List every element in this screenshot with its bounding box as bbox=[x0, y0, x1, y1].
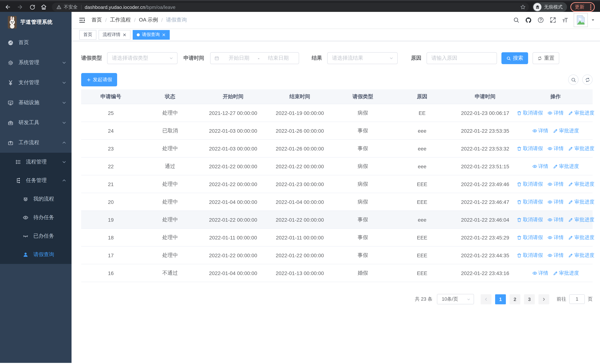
end-date-placeholder[interactable]: 结束日期 bbox=[262, 55, 295, 62]
search-button[interactable]: 搜索 bbox=[501, 52, 528, 64]
detail-link[interactable]: 详情 bbox=[532, 127, 548, 134]
detail-link[interactable]: 详情 bbox=[547, 181, 564, 187]
detail-link[interactable]: 详情 bbox=[547, 110, 564, 116]
page-size-select[interactable]: 10条/页 bbox=[437, 294, 474, 304]
cell-status: 处理中 bbox=[141, 145, 200, 152]
browser-forward-icon[interactable] bbox=[17, 4, 23, 10]
cancel-leave-link[interactable]: 取消请假 bbox=[517, 252, 543, 259]
security-label[interactable]: 不安全 bbox=[64, 4, 78, 10]
table-row: 22通过2022-01-22 00:00:002022-01-22 00:00:… bbox=[81, 158, 593, 175]
reason-input[interactable]: 请输入原因 bbox=[427, 52, 497, 64]
sidebar-item-todo-tasks[interactable]: 待办任务 bbox=[0, 208, 72, 227]
sidebar-item-process-mgmt[interactable]: 流程管理 bbox=[0, 153, 72, 171]
approval-progress-link[interactable]: 审批进度 bbox=[568, 198, 594, 205]
update-label[interactable]: 更新 bbox=[575, 4, 584, 10]
app-title: 芋道管理系统 bbox=[20, 19, 53, 26]
sidebar-item-payment[interactable]: 支付管理 bbox=[0, 73, 72, 93]
create-leave-button[interactable]: 发起请假 bbox=[81, 73, 117, 86]
sidebar-item-label: 首页 bbox=[19, 39, 66, 46]
sidebar-item-leave-query[interactable]: 请假查询 bbox=[0, 245, 72, 264]
tab-home[interactable]: 首页 bbox=[79, 30, 96, 39]
cancel-leave-link[interactable]: 取消请假 bbox=[517, 198, 543, 205]
search-icon[interactable] bbox=[513, 17, 520, 23]
select-placeholder: 请选择请假类型 bbox=[112, 55, 148, 62]
result-select[interactable]: 请选择流结果 bbox=[327, 52, 398, 64]
cell-actions: 详情审批进度 bbox=[518, 127, 593, 134]
approval-progress-link[interactable]: 审批进度 bbox=[568, 216, 594, 223]
cell-status: 通过 bbox=[141, 163, 200, 169]
cell-status: 处理中 bbox=[141, 216, 200, 223]
cell-actions: 取消请假详情审批进度 bbox=[518, 252, 593, 259]
cell-start_time: 2021-12-27 00:00:00 bbox=[200, 110, 266, 116]
approval-progress-link[interactable]: 审批进度 bbox=[553, 270, 579, 276]
detail-link[interactable]: 详情 bbox=[532, 163, 548, 169]
cancel-leave-link[interactable]: 取消请假 bbox=[517, 181, 543, 187]
page-button-1[interactable]: 1 bbox=[495, 294, 506, 304]
tab-leave-query[interactable]: 请假查询 bbox=[133, 30, 170, 39]
approval-progress-link[interactable]: 审批进度 bbox=[568, 252, 594, 259]
start-date-placeholder[interactable]: 开始日期 bbox=[222, 55, 255, 62]
sidebar-item-infrastructure[interactable]: 基础设施 bbox=[0, 93, 72, 113]
chevron-up-icon bbox=[62, 140, 66, 145]
cancel-leave-link[interactable]: 取消请假 bbox=[517, 216, 543, 223]
cancel-leave-link[interactable]: 取消请假 bbox=[517, 234, 543, 241]
help-icon[interactable] bbox=[537, 17, 544, 23]
close-icon[interactable] bbox=[162, 33, 166, 37]
leave-type-label: 请假类型 bbox=[81, 55, 107, 62]
browser-home-icon[interactable] bbox=[40, 4, 47, 10]
approval-progress-link[interactable]: 审批进度 bbox=[568, 234, 594, 241]
sidebar-item-system[interactable]: 系统管理 bbox=[0, 53, 72, 73]
sidebar-item-done-tasks[interactable]: 已办任务 bbox=[0, 227, 72, 245]
browser-reload-icon[interactable] bbox=[29, 4, 36, 10]
sidebar-item-task-mgmt[interactable]: 任务管理 bbox=[0, 171, 72, 190]
leave-type-select[interactable]: 请选择请假类型 bbox=[107, 52, 178, 64]
fullscreen-icon[interactable] bbox=[550, 17, 556, 23]
detail-link[interactable]: 详情 bbox=[547, 145, 564, 152]
page-button-2[interactable]: 2 bbox=[510, 294, 520, 304]
sidebar-item-devtools[interactable]: 研发工具 bbox=[0, 113, 72, 133]
detail-link[interactable]: 详情 bbox=[547, 252, 564, 259]
sidebar-item-home[interactable]: 首页 bbox=[0, 33, 72, 53]
next-page-button[interactable] bbox=[538, 294, 549, 304]
detail-link[interactable]: 详情 bbox=[532, 270, 548, 276]
sidebar-fold-icon[interactable] bbox=[79, 17, 86, 24]
apply-time-range-picker[interactable]: 开始日期 - 结束日期 bbox=[210, 52, 299, 64]
breadcrumb-separator: / bbox=[105, 17, 107, 23]
approval-progress-link[interactable]: 审批进度 bbox=[568, 181, 594, 187]
detail-link[interactable]: 详情 bbox=[547, 216, 564, 223]
browser-update-button[interactable]: 更新 bbox=[570, 2, 595, 12]
prev-page-button[interactable] bbox=[481, 294, 491, 304]
cell-start_time: 2022-01-04 00:00:00 bbox=[200, 199, 266, 205]
approval-progress-link[interactable]: 审批进度 bbox=[553, 163, 579, 169]
sidebar-item-my-process[interactable]: 我的流程 bbox=[0, 190, 72, 208]
cancel-leave-link[interactable]: 取消请假 bbox=[517, 145, 543, 152]
url-bar[interactable]: 不安全 dashboard.yudao.iocoder.cn /bpm/oa/l… bbox=[52, 3, 529, 11]
reset-button[interactable]: 重置 bbox=[533, 52, 559, 64]
approval-progress-link[interactable]: 审批进度 bbox=[568, 110, 594, 116]
user-avatar[interactable] bbox=[574, 13, 588, 27]
browser-menu-dots-icon[interactable] bbox=[590, 4, 591, 10]
show-search-toggle-button[interactable] bbox=[568, 75, 579, 85]
tab-process-detail[interactable]: 流程详情 bbox=[99, 30, 131, 39]
detail-link[interactable]: 详情 bbox=[547, 234, 564, 241]
app-logo[interactable]: 芋道管理系统 bbox=[0, 12, 72, 33]
font-size-icon[interactable] bbox=[562, 17, 569, 23]
bookmark-star-icon[interactable] bbox=[520, 4, 526, 10]
breadcrumb-item-home[interactable]: 首页 bbox=[92, 17, 102, 23]
breadcrumb-item-workflow[interactable]: 工作流程 bbox=[110, 17, 131, 23]
goto-page-input[interactable]: 1 bbox=[569, 294, 585, 304]
cell-id: 22 bbox=[81, 163, 141, 169]
caret-down-icon[interactable] bbox=[591, 18, 595, 22]
browser-back-icon[interactable] bbox=[4, 4, 11, 10]
sidebar-item-workflow[interactable]: 工作流程 bbox=[0, 133, 72, 153]
refresh-table-button[interactable] bbox=[582, 75, 593, 85]
app-root: 芋道管理系统 首页 系统管理 bbox=[0, 12, 600, 363]
cancel-leave-link[interactable]: 取消请假 bbox=[517, 110, 543, 116]
detail-link[interactable]: 详情 bbox=[547, 198, 564, 205]
approval-progress-link[interactable]: 审批进度 bbox=[568, 145, 594, 152]
page-button-3[interactable]: 3 bbox=[524, 294, 535, 304]
close-icon[interactable] bbox=[123, 33, 126, 37]
approval-progress-link[interactable]: 审批进度 bbox=[553, 127, 579, 134]
github-icon[interactable] bbox=[525, 17, 532, 23]
breadcrumb-item-oa[interactable]: OA 示例 bbox=[139, 17, 158, 23]
